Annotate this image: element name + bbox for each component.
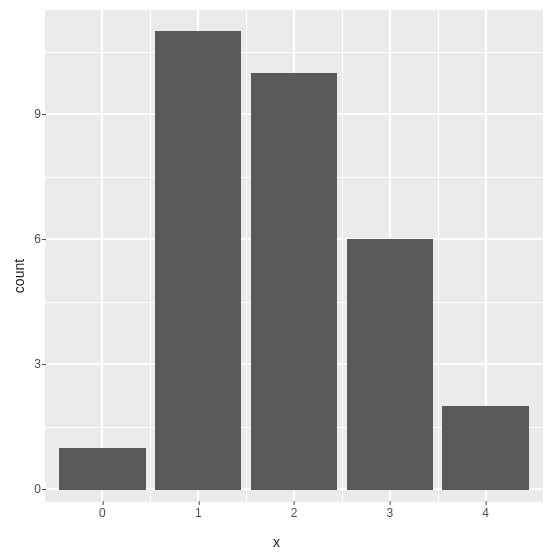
y-tick-label: 6 bbox=[11, 232, 41, 246]
bar bbox=[155, 31, 241, 490]
x-tick-label: 2 bbox=[291, 506, 298, 520]
y-axis-label: count bbox=[11, 259, 27, 293]
bar bbox=[251, 73, 337, 490]
plot-panel bbox=[45, 10, 543, 502]
bar bbox=[59, 448, 145, 490]
x-axis-label: x bbox=[273, 534, 280, 550]
y-tick-label: 0 bbox=[11, 482, 41, 496]
bars-layer bbox=[45, 10, 543, 502]
x-tick-label: 3 bbox=[386, 506, 393, 520]
x-tick-label: 1 bbox=[195, 506, 202, 520]
bar bbox=[347, 239, 433, 489]
x-tick-label: 4 bbox=[482, 506, 489, 520]
x-tick-label: 0 bbox=[99, 506, 106, 520]
chart-container: count x 0369 01234 bbox=[0, 0, 553, 552]
y-tick-label: 9 bbox=[11, 107, 41, 121]
bar bbox=[442, 406, 528, 489]
y-tick-label: 3 bbox=[11, 357, 41, 371]
